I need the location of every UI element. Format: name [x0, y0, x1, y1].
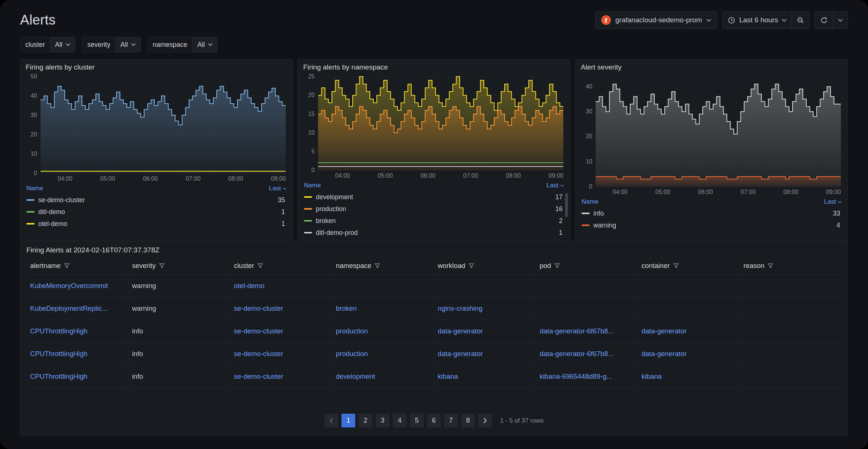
panel-title[interactable]: Alert severity: [581, 62, 842, 73]
series-name[interactable]: ditl-demo: [38, 208, 65, 216]
series-name[interactable]: broken: [316, 217, 336, 225]
series-name[interactable]: ditl-demo-prod: [316, 229, 358, 237]
cell-cluster[interactable]: se-demo-cluster: [230, 320, 332, 342]
page-button-8[interactable]: 8: [461, 414, 475, 427]
legend-item-production[interactable]: production16: [303, 203, 565, 215]
page-button-2[interactable]: 2: [359, 414, 372, 427]
column-header-reason[interactable]: reason: [740, 259, 842, 274]
series-name[interactable]: se-demo-cluster: [38, 196, 85, 204]
zoom-out-button[interactable]: [791, 12, 809, 29]
series-name[interactable]: info: [593, 210, 604, 217]
cell-pod[interactable]: kibana-6965448d89-g...: [536, 365, 638, 388]
legend-item-ditl-demo[interactable]: ditl-demo1: [26, 206, 287, 218]
column-header-cluster[interactable]: cluster: [230, 259, 332, 274]
cell-link[interactable]: production: [336, 327, 368, 335]
next-page-button[interactable]: [478, 414, 492, 427]
cell-pod[interactable]: data-generator-6f67b8...: [536, 320, 638, 342]
cell-cluster[interactable]: otel-demo: [230, 275, 332, 297]
legend-last-header[interactable]: Last: [824, 198, 842, 206]
legend-name-header[interactable]: Name: [26, 185, 43, 192]
series-name[interactable]: otel-demo: [38, 220, 67, 228]
cell-link[interactable]: se-demo-cluster: [234, 350, 284, 358]
cell-link[interactable]: CPUThrottlingHigh: [30, 372, 87, 381]
cell-workload[interactable]: data-generator: [434, 343, 536, 365]
cell-link[interactable]: data-generator: [642, 350, 687, 358]
legend-item-ditl-demo-prod[interactable]: ditl-demo-prod1: [303, 227, 565, 239]
cell-container[interactable]: kibana: [638, 365, 740, 388]
cell-namespace[interactable]: development: [332, 365, 434, 388]
cell-link[interactable]: development: [336, 372, 375, 381]
panel-title[interactable]: Firing alerts by namespace: [303, 62, 565, 73]
cell-link[interactable]: CPUThrottlingHigh: [30, 327, 87, 335]
cell-cluster[interactable]: se-demo-cluster: [230, 365, 332, 388]
time-series-chart[interactable]: 01020304004:0005:0006:0007:0008:0009:00: [581, 73, 842, 196]
time-series-chart[interactable]: 051015202504:0005:0006:0007:0008:0009:00: [303, 73, 565, 180]
cell-cluster[interactable]: se-demo-cluster: [230, 297, 332, 320]
column-header-pod[interactable]: pod: [536, 259, 638, 274]
cell-link[interactable]: data-generator: [642, 327, 687, 335]
cell-alertname[interactable]: CPUThrottlingHigh: [26, 365, 128, 388]
cell-container[interactable]: data-generator: [638, 320, 740, 342]
page-button-4[interactable]: 4: [393, 414, 407, 427]
series-name[interactable]: warning: [593, 222, 616, 229]
page-button-6[interactable]: 6: [427, 414, 441, 427]
legend-item-development[interactable]: development17: [303, 191, 565, 203]
legend-scrollbar[interactable]: [565, 193, 568, 217]
legend-item-broken[interactable]: broken2: [303, 215, 565, 227]
cell-alertname[interactable]: KubeMemoryOvercommit: [26, 275, 128, 297]
legend-name-header[interactable]: Name: [304, 182, 321, 189]
cell-pod[interactable]: data-generator-6f67b8...: [536, 343, 638, 365]
filter-icon[interactable]: [673, 263, 679, 268]
panel-title[interactable]: Firing Alerts at 2024-02-16T07:07:37.378…: [26, 245, 842, 259]
panel-title[interactable]: Firing alerts by cluster: [26, 62, 287, 73]
filter-value-dropdown[interactable]: All: [115, 37, 140, 52]
cell-alertname[interactable]: KubeDeploymentReplic...: [26, 297, 128, 320]
page-button-3[interactable]: 3: [376, 414, 389, 427]
page-button-7[interactable]: 7: [444, 414, 458, 427]
column-header-severity[interactable]: severity: [128, 259, 230, 274]
cell-link[interactable]: se-demo-cluster: [234, 372, 284, 381]
series-name[interactable]: development: [316, 193, 353, 201]
cell-link[interactable]: data-generator-6f67b8...: [540, 327, 614, 335]
cell-link[interactable]: data-generator: [438, 350, 483, 358]
cell-workload[interactable]: nginx-crashing: [434, 297, 536, 320]
filter-icon[interactable]: [258, 263, 263, 268]
cell-link[interactable]: CPUThrottlingHigh: [30, 350, 87, 358]
column-header-container[interactable]: container: [638, 259, 740, 274]
refresh-interval-dropdown[interactable]: [833, 12, 848, 29]
column-header-namespace[interactable]: namespace: [332, 259, 434, 274]
cell-link[interactable]: KubeDeploymentReplic...: [30, 304, 108, 313]
cell-namespace[interactable]: production: [332, 343, 434, 365]
cell-link[interactable]: data-generator: [438, 327, 483, 335]
filter-icon[interactable]: [469, 263, 474, 268]
cell-link[interactable]: otel-demo: [234, 282, 265, 290]
cell-link[interactable]: data-generator-6f67b8...: [540, 350, 614, 358]
prev-page-button[interactable]: [324, 414, 338, 427]
legend-item-se-demo-cluster[interactable]: se-demo-cluster35: [26, 194, 287, 206]
cell-link[interactable]: broken: [336, 304, 357, 313]
legend-item-warning[interactable]: warning4: [581, 219, 842, 231]
legend-name-header[interactable]: Name: [582, 198, 598, 206]
cell-link[interactable]: kibana: [642, 372, 662, 381]
cell-link[interactable]: nginx-crashing: [438, 304, 482, 313]
page-button-5[interactable]: 5: [410, 414, 424, 427]
page-button-1[interactable]: 1: [341, 414, 355, 427]
filter-icon[interactable]: [159, 263, 165, 268]
time-series-chart[interactable]: 0102030405004:0005:0006:0007:0008:0009:0…: [26, 73, 287, 183]
column-header-alertname[interactable]: alertname: [26, 259, 128, 274]
cell-workload[interactable]: data-generator: [434, 320, 536, 342]
time-range-picker[interactable]: Last 6 hours: [723, 12, 791, 29]
cell-workload[interactable]: kibana: [434, 365, 536, 388]
legend-item-info[interactable]: info33: [581, 207, 842, 219]
legend-last-header[interactable]: Last: [547, 182, 564, 189]
filter-icon[interactable]: [768, 263, 773, 268]
filter-value-dropdown[interactable]: All: [192, 37, 217, 52]
filter-icon[interactable]: [554, 263, 560, 268]
refresh-button[interactable]: [815, 12, 833, 29]
cell-cluster[interactable]: se-demo-cluster: [230, 343, 332, 365]
filter-value-dropdown[interactable]: All: [50, 37, 75, 52]
filter-icon[interactable]: [375, 263, 380, 268]
cell-link[interactable]: se-demo-cluster: [234, 327, 284, 335]
datasource-picker[interactable]: grafanacloud-sedemo-prom: [595, 12, 717, 29]
legend-last-header[interactable]: Last: [269, 185, 286, 192]
